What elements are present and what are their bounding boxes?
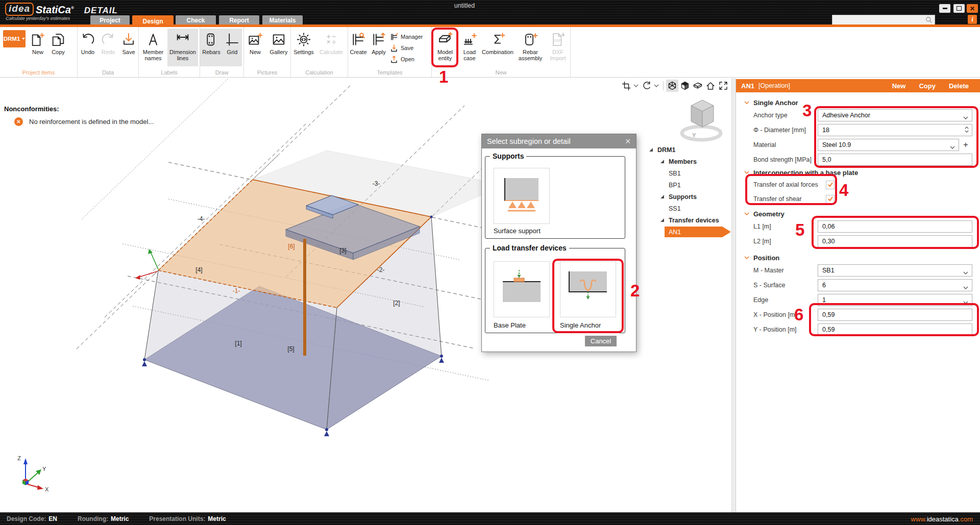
tree-item-supports[interactable]: Supports	[649, 191, 731, 203]
search-box[interactable]	[832, 15, 935, 25]
model-tree: DRM1MembersSB1BP1SupportsSS1Transfer dev…	[649, 144, 731, 238]
tree-item-transfer-devices[interactable]: Transfer devices	[649, 214, 731, 226]
surface-box-icon	[693, 81, 703, 91]
delete-action-button[interactable]: Delete	[949, 82, 969, 90]
chevron-down-button[interactable]	[633, 84, 639, 88]
tree-item-an1[interactable]: AN1	[649, 226, 731, 238]
navigation-cube[interactable]: Y	[673, 93, 726, 146]
section-header-interconnection-with-a-base-plate[interactable]: Interconnection with a base plate	[744, 168, 972, 177]
section-collapse-icon[interactable]	[744, 212, 749, 216]
ribbon-button-open[interactable]: Open	[389, 54, 423, 65]
panel-splitter[interactable]	[731, 78, 736, 512]
select-m-master[interactable]: SB1	[818, 264, 972, 277]
ribbon-button-label: Calculate	[320, 49, 343, 55]
input-l1-m-[interactable]: 0,06	[818, 220, 972, 233]
axis-label: -3-	[373, 180, 380, 187]
section-header-position[interactable]: Position	[744, 254, 972, 262]
ribbon-button-gallery[interactable]: Gallery	[266, 29, 291, 66]
ribbon-button-undo[interactable]: Undo	[78, 29, 98, 66]
tab-materials[interactable]: Materials	[262, 15, 303, 25]
select-anchor-type[interactable]: Adhesive Anchor	[818, 109, 972, 121]
surface-box-button[interactable]	[692, 80, 704, 92]
tree-item-drm1[interactable]: DRM1	[649, 144, 731, 156]
ribbon-button-save[interactable]: Save	[118, 29, 139, 66]
ribbon-button-dimension-lines[interactable]: Dimension lines	[167, 29, 198, 66]
minimize-button[interactable]	[939, 4, 950, 13]
ribbon-button-create[interactable]: Create	[348, 29, 369, 66]
ribbon-button-label: Settings	[293, 49, 314, 55]
checkbox-checked[interactable]	[826, 195, 835, 204]
select-material[interactable]: Steel 10.9	[818, 139, 959, 151]
ribbon-button-grid[interactable]: Grid	[223, 29, 242, 66]
orbit-button[interactable]	[641, 80, 653, 92]
tree-expander-icon[interactable]	[660, 218, 664, 222]
stepper-value: 18	[822, 127, 829, 134]
tab-project[interactable]: Project	[90, 15, 130, 25]
tree-item-label: Members	[669, 158, 697, 165]
input-y-position-m-[interactable]: 0,59	[818, 323, 972, 336]
tree-item-members[interactable]: Members	[649, 156, 731, 167]
chevron-down-icon	[633, 84, 639, 88]
ribbon-button-copy[interactable]: Copy	[48, 29, 68, 66]
select-s-surface[interactable]: 6	[818, 279, 972, 291]
new-action-button[interactable]: New	[892, 82, 906, 90]
close-button[interactable]: ✕	[967, 4, 978, 13]
input-bond-strength-mpa-[interactable]: 5,0	[818, 154, 972, 166]
status-label: Rounding:	[78, 515, 108, 522]
tree-item-sb1[interactable]: SB1	[649, 167, 731, 179]
checkbox-checked[interactable]	[826, 181, 835, 189]
dialog-close-icon[interactable]: ✕	[625, 137, 631, 145]
stepper--diameter-mm-[interactable]: 18	[818, 124, 972, 136]
info-button[interactable]: i	[968, 15, 977, 24]
cancel-button[interactable]: Cancel	[585, 336, 617, 346]
section-collapse-icon[interactable]	[744, 171, 749, 174]
tile-base-plate[interactable]	[494, 261, 550, 317]
chevron-down-button[interactable]	[654, 84, 659, 88]
ribbon-button-manager[interactable]: Manager	[389, 31, 423, 42]
img-icon	[270, 32, 287, 47]
ribbon-button-new[interactable]: New	[28, 29, 48, 66]
home-button[interactable]	[704, 80, 717, 92]
ribbon-button-member-names[interactable]: Member names	[139, 29, 167, 66]
solid-cube-button[interactable]	[679, 80, 691, 92]
ribbon-button-apply[interactable]: Apply	[369, 29, 389, 66]
beam-up-icon	[370, 32, 387, 47]
tree-expander-icon[interactable]	[660, 160, 664, 163]
tile-single-anchor[interactable]	[560, 261, 616, 317]
copy-action-button[interactable]: Copy	[919, 82, 936, 90]
tree-expander-icon[interactable]	[660, 195, 664, 198]
project-item-selector[interactable]: DRM1	[3, 30, 26, 47]
section-header-single-anchor[interactable]: Single Anchor	[744, 98, 972, 107]
section-collapse-icon[interactable]	[744, 101, 749, 105]
tab-report[interactable]: Report	[219, 15, 259, 25]
ribbon-button-load-case[interactable]: Load case	[458, 29, 481, 66]
input-x-position-m-[interactable]: 0,59	[818, 309, 972, 321]
ribbon-button-rebars[interactable]: Rebars	[200, 29, 223, 66]
website-link[interactable]: www.ideastatica.com	[911, 515, 973, 523]
select-edge[interactable]: 1	[818, 294, 972, 306]
ribbon-button-new[interactable]: New	[244, 29, 266, 66]
ribbon-button-rebar-assembly[interactable]: Rebar assembly	[514, 29, 546, 66]
stepper-buttons[interactable]	[965, 126, 969, 133]
ribbon-button-save[interactable]: Save	[389, 42, 423, 54]
search-input[interactable]	[832, 16, 925, 23]
maximize-button[interactable]	[953, 4, 965, 13]
wire-cube-button[interactable]	[666, 80, 678, 92]
section-header-geometry[interactable]: Geometry	[744, 210, 972, 218]
titlebar: idea StatiCa® DETAIL Calculate yesterday…	[0, 0, 980, 27]
tab-design[interactable]: Design	[132, 15, 174, 27]
fullscreen-button[interactable]	[717, 80, 729, 92]
tree-expander-icon[interactable]	[649, 148, 653, 152]
ribbon-button-settings[interactable]: Settings	[291, 29, 316, 66]
tab-check[interactable]: Check	[176, 15, 216, 25]
tree-item-bp1[interactable]: BP1	[649, 179, 731, 191]
tile-surface-support[interactable]	[494, 168, 550, 224]
ribbon-button-model-entity[interactable]: Model entity	[432, 29, 458, 66]
crop-button[interactable]	[620, 80, 632, 92]
section-collapse-icon[interactable]	[744, 256, 749, 260]
check-icon	[827, 182, 834, 187]
input-l2-m-[interactable]: 0,30	[818, 235, 972, 247]
tree-item-ss1[interactable]: SS1	[649, 203, 731, 214]
ribbon-button-combination[interactable]: Combination	[481, 29, 514, 66]
add-material-button[interactable]: +	[959, 140, 972, 150]
